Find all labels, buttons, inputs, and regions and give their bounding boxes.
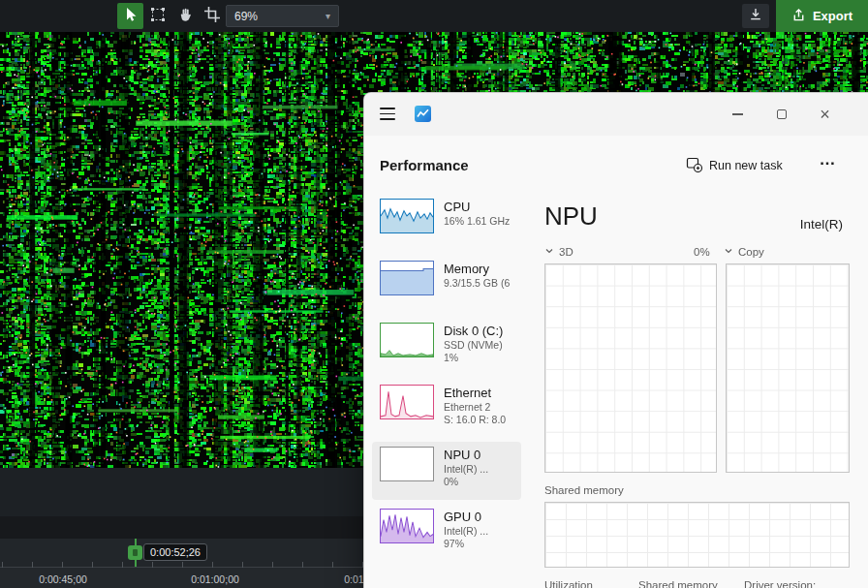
download-button[interactable] [742,4,769,28]
chart-engine-dropdown-copy[interactable]: Copy [724,246,764,258]
zoom-value: 69% [234,10,258,23]
maximize-icon [777,109,787,119]
cpu-graph-thumbnail [380,199,434,233]
sidebar-item-detail: SSD (NVMe) [444,339,517,352]
sidebar-item-name: Ethernet [444,385,517,401]
sidebar-item-name: Disk 0 (C:) [444,323,517,339]
minimize-icon [732,113,743,114]
sidebar-item-detail: 16% 1.61 GHz [444,215,517,228]
chevron-down-icon: ▾ [326,11,330,21]
crop-icon [204,7,220,25]
chart-engine-dropdown-3d[interactable]: 3D [544,246,574,258]
new-task-icon [686,156,702,175]
npu-vendor-label: Intel(R) [800,217,843,232]
timeline-label: 0:01:00;00 [191,573,239,585]
share-export-icon [791,8,806,25]
sidebar-item-detail: 1% [444,352,517,364]
task-manager-app-icon [415,106,431,126]
sidebar-item-detail: S: 16.0 R: 8.0 [444,414,517,426]
disk-graph-thumbnail [380,323,434,357]
minimize-button[interactable] [716,93,760,136]
download-icon [748,7,763,25]
hand-icon [177,7,193,25]
page-title: Performance [380,157,469,173]
shared-memory-chart [544,502,850,568]
sidebar-item-detail: Intel(R) ... [444,525,517,538]
close-icon: × [820,106,830,123]
sidebar-item-memory[interactable]: Memory 9.3/15.5 GB (6 [372,256,521,314]
select-tool-button[interactable] [117,3,143,29]
maximize-button[interactable] [760,93,803,136]
zoom-dropdown[interactable]: 69% ▾ [226,5,339,27]
sidebar-item-ethernet[interactable]: Ethernet Ethernet 2 S: 16.0 R: 8.0 [372,380,521,438]
task-manager-titlebar[interactable]: × [364,93,868,136]
npu-panel-title: NPU [544,201,598,232]
tool-group [117,3,225,29]
sidebar-item-name: NPU 0 [444,447,517,463]
export-button[interactable]: Export [776,0,868,32]
playhead-handle[interactable] [128,545,142,560]
sidebar-item-name: GPU 0 [444,509,517,525]
performance-sidebar: CPU 16% 1.61 GHz Memory 9.3/15.5 GB (6 [372,194,521,566]
screen: 69% ▾ Export [0,0,868,588]
run-new-task-button[interactable]: Run new task [686,153,783,178]
chart-3d-percent: 0% [694,246,710,258]
sidebar-item-npu[interactable]: NPU 0 Intel(R) ... 0% [372,442,521,500]
crop-tool-button[interactable] [199,3,225,29]
task-manager-window: × Performance Run new task … [363,92,868,588]
npu-copy-chart [726,263,850,473]
footer-driver-version-label: Driver version: [744,579,816,588]
editor-toolbar: 69% ▾ Export [0,0,868,32]
timeline-label: 0:00:45;00 [39,573,87,585]
window-controls: × [716,93,847,136]
npu-graph-thumbnail [380,447,434,481]
sidebar-item-detail: Intel(R) ... [444,463,517,476]
sidebar-item-name: Memory [444,261,517,277]
sidebar-item-detail: 9.3/15.5 GB (6 [444,277,517,290]
transform-tool-button[interactable] [144,3,170,29]
playhead-timecode-badge: 0:00:52;26 [143,543,207,561]
cursor-arrow-icon [123,7,139,25]
sidebar-item-detail: Ethernet 2 [444,401,517,414]
ethernet-graph-thumbnail [380,385,434,419]
more-options-button[interactable]: … [813,147,842,172]
npu-3d-chart [544,263,717,473]
memory-graph-thumbnail [380,261,434,295]
dropdown-label: Copy [738,246,764,258]
run-new-task-label: Run new task [709,159,783,172]
footer-shared-memory-label: Shared memory [638,579,718,588]
transform-icon [150,7,166,25]
shared-memory-label: Shared memory [544,484,624,496]
export-label: Export [813,9,852,23]
sidebar-item-disk[interactable]: Disk 0 (C:) SSD (NVMe) 1% [372,318,521,376]
sidebar-item-gpu[interactable]: GPU 0 Intel(R) ... 97% [372,504,521,562]
close-button[interactable]: × [803,93,847,136]
gpu-graph-thumbnail [380,509,434,543]
footer-utilization-label: Utilization [544,579,593,588]
sidebar-item-detail: 0% [444,476,517,488]
chevron-down-icon [544,246,554,258]
sidebar-item-detail: 97% [444,538,517,550]
chevron-down-icon [724,246,733,258]
dropdown-label: 3D [559,246,574,258]
hamburger-menu-button[interactable] [380,108,395,120]
sidebar-item-name: CPU [444,199,517,215]
sidebar-item-cpu[interactable]: CPU 16% 1.61 GHz [372,194,521,252]
pan-tool-button[interactable] [171,3,198,29]
